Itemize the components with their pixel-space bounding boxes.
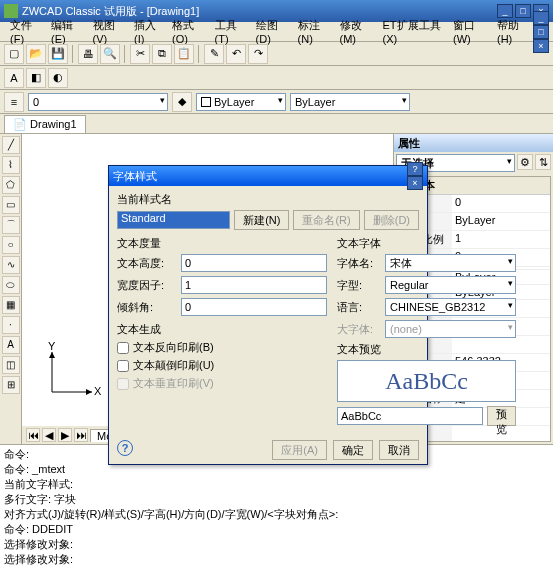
save-icon[interactable]: 💾 xyxy=(48,44,68,64)
upside-checkbox[interactable]: 文本颠倒印刷(U) xyxy=(117,358,327,373)
width-input[interactable] xyxy=(181,276,327,294)
bigfont-combo: (none) xyxy=(385,320,516,338)
properties-title: 属性 xyxy=(394,134,553,152)
preview-input[interactable] xyxy=(337,407,483,425)
svg-marker-3 xyxy=(49,352,55,358)
layer-toolbar: ≡ 0 ◆ ByLayer ByLayer xyxy=(0,90,553,114)
rename-button: 重命名(R) xyxy=(293,210,359,230)
delete-button: 删除(D) xyxy=(364,210,419,230)
doc-tabs: 📄 Drawing1 xyxy=(0,114,553,134)
circle-icon[interactable]: ○ xyxy=(2,236,20,254)
reverse-checkbox[interactable]: 文本反向印刷(B) xyxy=(117,340,327,355)
text-icon[interactable]: A xyxy=(2,336,20,354)
tool-icon[interactable]: ◐ xyxy=(48,68,68,88)
dialog-close-button[interactable]: × xyxy=(407,176,423,190)
menu-window[interactable]: 窗口(W) xyxy=(447,16,491,47)
block-icon[interactable]: ◫ xyxy=(2,356,20,374)
measure-heading: 文本度量 xyxy=(117,236,327,251)
toolbar-2: A ◧ ◐ xyxy=(0,66,553,90)
angle-input[interactable] xyxy=(181,298,327,316)
pline-icon[interactable]: ⌇ xyxy=(2,156,20,174)
match-icon[interactable]: ✎ xyxy=(204,44,224,64)
cancel-button[interactable]: 取消 xyxy=(379,440,419,460)
doc-restore-button[interactable]: □ xyxy=(533,25,549,39)
line-icon[interactable]: ╱ xyxy=(2,136,20,154)
tab-drawing1[interactable]: 📄 Drawing1 xyxy=(4,115,86,133)
dialog-help-button[interactable]: ? xyxy=(407,162,423,176)
spline-icon[interactable]: ∿ xyxy=(2,256,20,274)
menu-insert[interactable]: 插入(I) xyxy=(128,16,166,47)
font-heading: 文本字体 xyxy=(337,236,516,251)
ucs-icon: XY xyxy=(42,342,102,404)
fontname-combo[interactable]: 宋体 xyxy=(385,254,516,272)
menu-et[interactable]: ET扩展工具(X) xyxy=(377,16,448,47)
apply-button: 应用(A) xyxy=(272,440,327,460)
menu-tools[interactable]: 工具(T) xyxy=(209,16,250,47)
tab-next-icon[interactable]: ▶ xyxy=(58,428,72,442)
language-combo[interactable]: CHINESE_GB2312 xyxy=(385,298,516,316)
linetype-combo[interactable]: ByLayer xyxy=(290,93,410,111)
layer-icon[interactable]: ≡ xyxy=(4,92,24,112)
open-icon[interactable]: 📂 xyxy=(26,44,46,64)
menu-edit[interactable]: 编辑(E) xyxy=(45,16,87,47)
preview-button[interactable]: 预览 xyxy=(487,406,516,426)
tab-prev-icon[interactable]: ◀ xyxy=(42,428,56,442)
fontstyle-combo[interactable]: Regular xyxy=(385,276,516,294)
tab-first-icon[interactable]: ⏮ xyxy=(26,428,40,442)
hatch-icon[interactable]: ▦ xyxy=(2,296,20,314)
color-combo[interactable]: ByLayer xyxy=(196,93,286,111)
rect-icon[interactable]: ▭ xyxy=(2,196,20,214)
menu-format[interactable]: 格式(O) xyxy=(166,16,208,47)
ok-button[interactable]: 确定 xyxy=(333,440,373,460)
gen-heading: 文本生成 xyxy=(117,322,327,337)
new-icon[interactable]: ▢ xyxy=(4,44,24,64)
menu-dim[interactable]: 标注(N) xyxy=(292,16,334,47)
table-icon[interactable]: ⊞ xyxy=(2,376,20,394)
prop-tool-icon[interactable]: ⇅ xyxy=(535,154,551,170)
preview-heading: 文本预览 xyxy=(337,342,516,357)
point-icon[interactable]: · xyxy=(2,316,20,334)
new-style-button[interactable]: 新建(N) xyxy=(234,210,289,230)
print-icon[interactable]: 🖶 xyxy=(78,44,98,64)
doc-minimize-button[interactable]: _ xyxy=(533,11,549,25)
current-style-label: 当前样式名 xyxy=(117,192,419,207)
svg-text:X: X xyxy=(94,385,102,397)
height-input[interactable] xyxy=(181,254,327,272)
menu-view[interactable]: 视图(V) xyxy=(87,16,129,47)
redo-icon[interactable]: ↷ xyxy=(248,44,268,64)
undo-icon[interactable]: ↶ xyxy=(226,44,246,64)
polygon-icon[interactable]: ⬠ xyxy=(2,176,20,194)
doc-close-button[interactable]: × xyxy=(533,39,549,53)
tool-icon[interactable]: ◧ xyxy=(26,68,46,88)
menu-bar: 文件(F) 编辑(E) 视图(V) 插入(I) 格式(O) 工具(T) 绘图(D… xyxy=(0,22,553,42)
prop-tool-icon[interactable]: ⚙ xyxy=(517,154,533,170)
menu-help[interactable]: 帮助(H) xyxy=(491,16,533,47)
menu-draw[interactable]: 绘图(D) xyxy=(250,16,292,47)
help-icon[interactable]: ? xyxy=(117,440,133,456)
tab-last-icon[interactable]: ⏭ xyxy=(74,428,88,442)
arc-icon[interactable]: ⌒ xyxy=(2,216,20,234)
tool-icon[interactable]: A xyxy=(4,68,24,88)
style-name-combo[interactable]: Standard xyxy=(117,211,230,229)
menu-modify[interactable]: 修改(M) xyxy=(334,16,377,47)
layer-combo[interactable]: 0 xyxy=(28,93,168,111)
svg-text:Y: Y xyxy=(48,342,56,352)
copy-icon[interactable]: ⧉ xyxy=(152,44,172,64)
layer-tool-icon[interactable]: ◆ xyxy=(172,92,192,112)
text-style-dialog: 字体样式 ?× 当前样式名 Standard 新建(N) 重命名(R) 删除(D… xyxy=(108,165,428,465)
ellipse-icon[interactable]: ⬭ xyxy=(2,276,20,294)
paste-icon[interactable]: 📋 xyxy=(174,44,194,64)
preview-icon[interactable]: 🔍 xyxy=(100,44,120,64)
dialog-titlebar[interactable]: 字体样式 ?× xyxy=(109,166,427,186)
preview-box: AaBbCc xyxy=(337,360,516,402)
dialog-title: 字体样式 xyxy=(113,169,157,184)
svg-marker-1 xyxy=(86,389,92,395)
cut-icon[interactable]: ✂ xyxy=(130,44,150,64)
vertical-checkbox: 文本垂直印刷(V) xyxy=(117,376,327,391)
draw-toolbar: ╱ ⌇ ⬠ ▭ ⌒ ○ ∿ ⬭ ▦ · A ◫ ⊞ xyxy=(0,134,22,444)
menu-file[interactable]: 文件(F) xyxy=(4,16,45,47)
